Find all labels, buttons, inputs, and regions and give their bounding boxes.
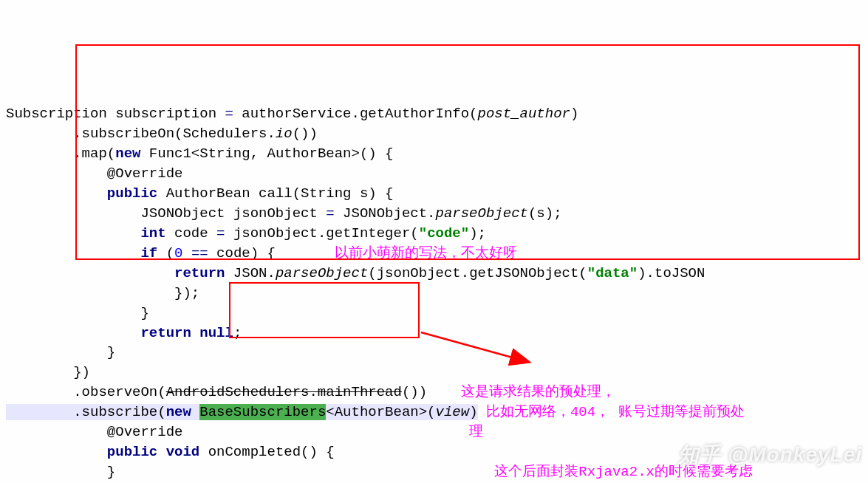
code-line: }); xyxy=(6,285,199,301)
code-line: int code = jsonObject.getInteger("code")… xyxy=(6,225,486,242)
code-line: @Override xyxy=(6,165,182,182)
code-line: } xyxy=(6,305,149,321)
code-line: public AuthorBean call(String s) { xyxy=(6,185,394,202)
code-line: if (0 == code) { 以前小萌新的写法，不太好呀 xyxy=(6,245,517,261)
code-line: Subscription subscription = authorServic… xyxy=(6,106,578,122)
code-line: .map(new Func1<String, AuthorBean>() { xyxy=(6,145,394,162)
watermark: 知乎 @MonkeyLei xyxy=(678,440,862,470)
code-line: } 这个后面封装Rxjava2.x的时候需要考虑 xyxy=(6,464,753,480)
annotation-2a: 这是请求结果的预处理， xyxy=(461,384,615,400)
code-line: .subscribe(new BaseSubscribers<AuthorBea… xyxy=(6,404,745,420)
code-line: }) xyxy=(6,364,90,380)
code-line: @Override 理 xyxy=(6,424,483,440)
code-line: } xyxy=(6,344,115,360)
annotation-1: 以前小萌新的写法，不太好呀 xyxy=(335,245,517,261)
code-line: public void onCompleted() { xyxy=(6,444,335,460)
code-line: return null; xyxy=(6,325,242,341)
code-line: JSONObject jsonObject = JSONObject.parse… xyxy=(6,205,562,222)
code-line: return JSON.parseObject(jsonObject.getJS… xyxy=(6,265,705,281)
annotation-2b: 比如无网络，404， 账号过期等提前预处 xyxy=(486,404,745,420)
annotation-2c: 理 xyxy=(469,424,483,440)
code-line: .observeOn(AndroidSchedulers.mainThread(… xyxy=(6,384,615,400)
code-line: .subscribeOn(Schedulers.io()) xyxy=(6,126,318,142)
code-editor[interactable]: Subscription subscription = authorServic… xyxy=(6,84,868,483)
